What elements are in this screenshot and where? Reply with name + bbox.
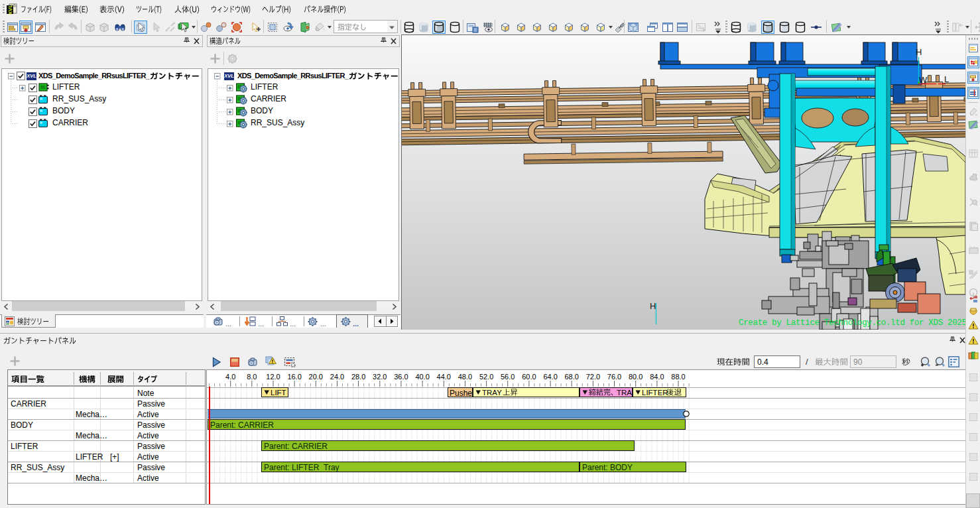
svg-text:40.0: 40.0: [415, 373, 429, 381]
svg-text:84.0: 84.0: [650, 373, 664, 381]
svg-text:28.0: 28.0: [351, 373, 365, 381]
svg-text:72.0: 72.0: [586, 373, 600, 381]
svg-text:88.0: 88.0: [671, 373, 685, 381]
svg-text:8.0: 8.0: [247, 373, 257, 381]
svg-text:52.0: 52.0: [479, 373, 493, 381]
svg-text:32.0: 32.0: [373, 373, 387, 381]
svg-text:H: H: [916, 47, 922, 57]
svg-text:12.0: 12.0: [266, 373, 280, 381]
svg-text:76.0: 76.0: [607, 373, 621, 381]
svg-text:L: L: [944, 74, 949, 84]
svg-text:60.0: 60.0: [522, 373, 536, 381]
svg-text:20.0: 20.0: [309, 373, 323, 381]
svg-text:Create by Lattice Technology.c: Create by Lattice Technology.co.ltd for …: [739, 318, 965, 328]
svg-text:16.0: 16.0: [287, 373, 301, 381]
svg-text:68.0: 68.0: [564, 373, 578, 381]
svg-text:XVL: XVL: [7, 5, 13, 15]
svg-text:36.0: 36.0: [394, 373, 408, 381]
svg-text:24.0: 24.0: [330, 373, 344, 381]
svg-text:44.0: 44.0: [437, 373, 451, 381]
svg-text:80.0: 80.0: [629, 373, 643, 381]
svg-text:48.0: 48.0: [458, 373, 472, 381]
svg-text:W: W: [919, 75, 928, 85]
svg-text:64.0: 64.0: [543, 373, 557, 381]
svg-text:H: H: [650, 301, 656, 311]
svg-text:56.0: 56.0: [501, 373, 515, 381]
svg-text:4.0: 4.0: [225, 373, 235, 381]
